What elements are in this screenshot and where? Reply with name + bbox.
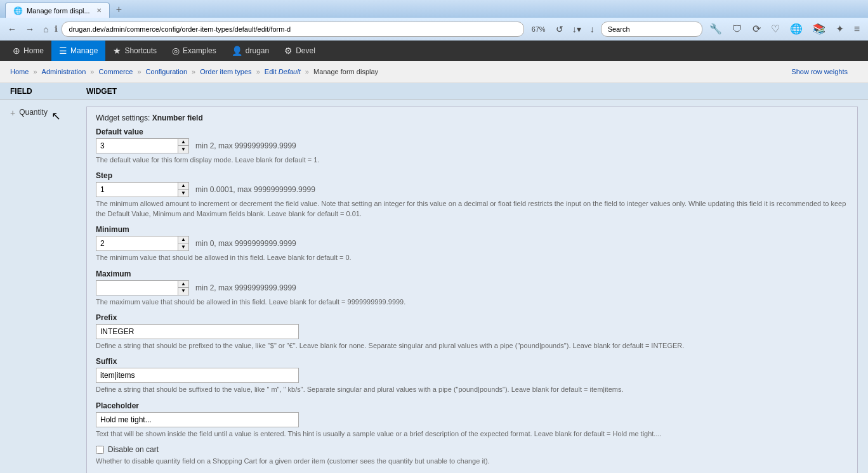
download-to-button[interactable]: ↓ <box>588 23 597 36</box>
nav-manage-label: Manage <box>70 46 98 55</box>
minimum-input-row: ▲ ▼ min 0, max 9999999999.9999 <box>96 236 848 251</box>
shortcuts-nav-icon: ★ <box>113 46 121 56</box>
suffix-label: Suffix <box>96 357 848 366</box>
nav-examples[interactable]: ◎ Examples <box>164 41 224 61</box>
breadcrumb-commerce[interactable]: Commerce <box>99 68 133 75</box>
maximum-range: min 2, max 9999999999.9999 <box>195 283 296 292</box>
default-value-up[interactable]: ▲ <box>178 139 188 146</box>
home-button[interactable]: ⌂ <box>41 23 51 36</box>
maximum-up[interactable]: ▲ <box>178 281 188 288</box>
minimum-up[interactable]: ▲ <box>178 236 188 243</box>
home-nav-icon: ⊕ <box>13 46 20 56</box>
placeholder-group: Placeholder Text that will be shown insi… <box>96 401 848 439</box>
placeholder-help: Text that will be shown inside the field… <box>96 429 848 439</box>
quantity-table-row: + Quantity ↖ Widget settings: Xnumber fi… <box>0 100 868 473</box>
reload-button[interactable]: ↺ <box>553 23 566 36</box>
step-up[interactable]: ▲ <box>178 183 188 190</box>
nav-devel[interactable]: ⚙ Devel <box>277 41 323 61</box>
minimum-input-wrap: ▲ ▼ <box>96 236 189 251</box>
widget-settings-panel: Widget settings: Xnumber field Default v… <box>86 107 858 473</box>
prefix-help: Define a string that should be prefixed … <box>96 341 848 351</box>
quantity-drag-handle[interactable]: + <box>10 108 15 118</box>
breadcrumb-sep-2: » <box>90 68 96 75</box>
download-button[interactable]: ↓▾ <box>570 23 584 36</box>
tab-favicon: 🌐 <box>13 6 23 15</box>
breadcrumb-administration[interactable]: Administration <box>42 68 86 75</box>
widget-settings-title: Widget settings: Xnumber field <box>96 113 848 122</box>
globe-icon[interactable]: 🌐 <box>787 22 806 36</box>
disable-on-cart-checkbox[interactable] <box>96 446 104 454</box>
zoom-level: 67% <box>528 25 549 33</box>
back-button[interactable]: ← <box>5 23 19 36</box>
paw-icon[interactable]: ✦ <box>832 22 847 36</box>
nav-drugan[interactable]: 👤 drugan <box>224 41 277 61</box>
minimum-down[interactable]: ▼ <box>178 243 188 250</box>
active-tab[interactable]: 🌐 Manage form displ... ✕ <box>5 3 110 18</box>
forward-button[interactable]: → <box>23 23 37 36</box>
prefix-group: Prefix Define a string that should be pr… <box>96 313 848 351</box>
column-widget-header: WIDGET <box>86 87 858 96</box>
default-value-input-wrap: ▲ ▼ <box>96 138 189 153</box>
nav-home[interactable]: ⊕ Home <box>5 41 51 61</box>
maximum-input[interactable] <box>96 280 178 295</box>
new-tab-button[interactable]: + <box>111 1 127 18</box>
step-down[interactable]: ▼ <box>178 190 188 197</box>
default-value-label: Default value <box>96 127 848 136</box>
info-icon: ℹ <box>55 24 58 34</box>
address-bar[interactable] <box>62 22 523 37</box>
breadcrumb-edit-default[interactable]: Edit Default <box>265 68 301 75</box>
suffix-input[interactable] <box>96 368 299 383</box>
shield-icon[interactable]: 🛡 <box>729 22 746 36</box>
disable-on-cart-wrap: Disable on cart <box>96 445 848 454</box>
default-value-input[interactable] <box>96 138 178 153</box>
sync-icon[interactable]: ⟳ <box>749 22 764 36</box>
default-value-spinner: ▲ ▼ <box>178 138 189 153</box>
disable-on-cart-label: Disable on cart <box>108 445 159 454</box>
bookmark-icon[interactable]: 📚 <box>810 22 829 36</box>
widget-name: Xnumber field <box>152 113 203 122</box>
menu-icon[interactable]: ≡ <box>851 22 863 36</box>
table-header: FIELD WIDGET <box>0 83 868 100</box>
placeholder-input[interactable] <box>96 412 299 427</box>
breadcrumb-home[interactable]: Home <box>10 68 29 75</box>
default-value-group: Default value ▲ ▼ min 2, max 9999999999.… <box>96 127 848 165</box>
show-row-weights-link[interactable]: Show row weights <box>781 64 858 79</box>
minimum-group: Minimum ▲ ▼ min 0, max 9999999999.9999 <box>96 225 848 262</box>
prefix-input[interactable] <box>96 324 299 339</box>
quantity-field-cell: + Quantity ↖ <box>0 100 76 473</box>
maximum-spinner: ▲ ▼ <box>178 280 189 295</box>
tools-icon[interactable]: 🔧 <box>706 22 725 36</box>
tab-title: Manage form displ... <box>27 7 90 15</box>
step-input-wrap: ▲ ▼ <box>96 182 189 197</box>
maximum-down[interactable]: ▼ <box>178 288 188 295</box>
default-value-help: The default value for this form display … <box>96 155 848 165</box>
devel-nav-icon: ⚙ <box>284 46 293 56</box>
minimum-input[interactable] <box>96 236 178 251</box>
default-value-range: min 2, max 9999999999.9999 <box>195 141 296 150</box>
step-input[interactable] <box>96 182 178 197</box>
maximum-label: Maximum <box>96 269 848 278</box>
breadcrumb: Home » Administration » Commerce » Confi… <box>10 68 378 75</box>
heart-icon[interactable]: ♡ <box>768 22 783 36</box>
step-input-row: ▲ ▼ min 0.0001, max 9999999999.9999 <box>96 182 848 197</box>
breadcrumb-sep-3: » <box>137 68 143 75</box>
tab-close-button[interactable]: ✕ <box>96 7 102 14</box>
search-input[interactable] <box>601 22 702 37</box>
default-value-down[interactable]: ▼ <box>178 146 188 153</box>
breadcrumb-order-item-types[interactable]: Order item types <box>200 68 251 75</box>
quantity-widget-cell: Widget settings: Xnumber field Default v… <box>76 100 868 473</box>
step-help: The minimum allowed amount to increment … <box>96 199 848 219</box>
breadcrumb-configuration[interactable]: Configuration <box>146 68 187 75</box>
nav-home-label: Home <box>23 46 44 55</box>
manage-nav-icon: ☰ <box>59 46 67 56</box>
nav-manage[interactable]: ☰ Manage <box>51 41 105 61</box>
maximum-input-row: ▲ ▼ min 2, max 9999999999.9999 <box>96 280 848 295</box>
minimum-spinner: ▲ ▼ <box>178 236 189 251</box>
disable-on-cart-group: Disable on cart Whether to disable quant… <box>96 445 848 466</box>
nav-devel-label: Devel <box>296 46 315 55</box>
browser-toolbar: ← → ⌂ ℹ 67% ↺ ↓▾ ↓ 🔧 🛡 ⟳ ♡ 🌐 📚 ✦ ≡ <box>0 18 868 41</box>
breadcrumb-sep-5: » <box>256 68 262 75</box>
minimum-help: The minimum value that should be allowed… <box>96 253 848 262</box>
nav-shortcuts[interactable]: ★ Shortcuts <box>105 41 164 61</box>
browser-tab-bar: 🌐 Manage form displ... ✕ + <box>0 0 868 18</box>
